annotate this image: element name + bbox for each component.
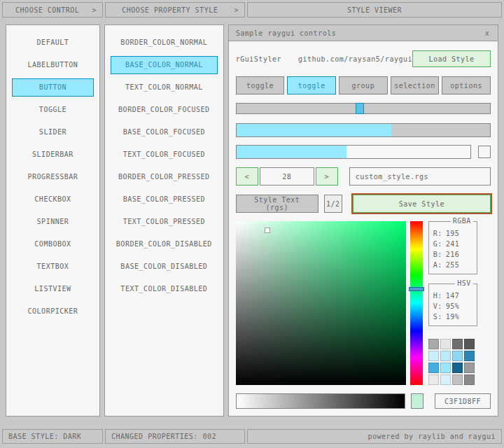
color-picker-area: RGBA R: 195 G: 241 B: 216 <box>236 221 491 385</box>
property-item[interactable]: TEXT_COLOR_FOCUSED <box>111 146 218 164</box>
palette-swatch[interactable] <box>428 374 439 385</box>
palette-swatch[interactable] <box>440 374 451 385</box>
saturation-value: 19% <box>446 313 460 321</box>
alpha-label: A: <box>433 261 446 269</box>
property-item[interactable]: BORDER_COLOR_FOCUSED <box>111 101 218 119</box>
property-item[interactable]: BORDER_COLOR_PRESSED <box>111 168 218 186</box>
saturation-label: S: <box>433 313 446 321</box>
slider-handle[interactable] <box>356 103 364 114</box>
status-base-style: BASE STYLE: DARK <box>2 429 103 444</box>
palette-swatch[interactable] <box>464 363 475 373</box>
window-titlebar[interactable]: Sample raygui controls x <box>229 25 498 41</box>
property-item[interactable]: BORDER_COLOR_NORMAL <box>111 34 218 52</box>
rgba-groupbox: RGBA R: 195 G: 241 B: 216 <box>428 221 477 274</box>
hue-handle[interactable] <box>409 287 424 291</box>
rgba-title: RGBA <box>451 217 473 225</box>
spinner-decrease-button[interactable]: < <box>236 167 258 186</box>
palette-swatch[interactable] <box>428 363 439 373</box>
palette-swatch[interactable] <box>428 339 439 349</box>
control-item-slider[interactable]: SLIDER <box>12 123 94 141</box>
toggle-button-2-active[interactable]: toggle <box>287 76 336 94</box>
chevron-right-icon: > <box>234 6 244 14</box>
property-item[interactable]: BASE_COLOR_DISABLED <box>111 258 218 276</box>
control-item-progressbar[interactable]: PROGRESSBAR <box>12 168 94 186</box>
toggle-button-1[interactable]: toggle <box>236 76 285 94</box>
step-style-viewer: STYLE VIEWER <box>247 2 502 18</box>
palette-swatch[interactable] <box>428 351 439 361</box>
control-item-spinner[interactable]: SPINNER <box>12 213 94 231</box>
sample-controls-window: Sample raygui controls x rGuiStyler gith… <box>228 24 498 416</box>
properties-list-panel: BORDER_COLOR_NORMAL BASE_COLOR_NORMAL TE… <box>104 24 224 416</box>
red-value: 195 <box>446 230 460 237</box>
control-item-textbox[interactable]: TEXTBOX <box>12 258 94 276</box>
hex-color-input[interactable]: C3F1D8FF <box>435 393 491 409</box>
control-item-labelbutton[interactable]: LABELBUTTON <box>12 56 94 74</box>
saturation-value-picker[interactable] <box>236 221 406 385</box>
property-item[interactable]: BASE_COLOR_PRESSED <box>111 190 218 209</box>
toggle-button-selection[interactable]: selection <box>391 76 440 94</box>
main-area: DEFAULT LABELBUTTON BUTTON TOGGLE SLIDER… <box>0 18 504 416</box>
value-gradient-bar[interactable] <box>236 393 405 409</box>
palette-swatch[interactable] <box>440 363 451 373</box>
picker-cursor[interactable] <box>265 227 270 233</box>
step-label: CHOOSE PROPERTY STYLE <box>106 6 234 14</box>
hue-bar[interactable] <box>410 221 423 385</box>
color-palette-grid <box>428 339 477 385</box>
palette-swatch[interactable] <box>452 339 463 349</box>
control-item-colorpicker[interactable]: COLORPICKER <box>12 302 94 321</box>
control-item-checkbox[interactable]: CHECKBOX <box>12 190 94 209</box>
spinner-increase-button[interactable]: > <box>316 167 338 186</box>
property-item[interactable]: BORDER_COLOR_DISABLED <box>111 235 218 253</box>
slider[interactable] <box>236 103 491 114</box>
close-icon[interactable]: x <box>482 29 492 37</box>
property-item[interactable]: BASE_COLOR_FOCUSED <box>111 123 218 141</box>
page-toggle-button[interactable]: 1/2 <box>324 195 342 213</box>
green-value: 241 <box>446 240 460 248</box>
control-item-toggle[interactable]: TOGGLE <box>12 101 94 119</box>
progress-row <box>236 145 491 159</box>
spinner-value[interactable]: 28 <box>260 167 314 186</box>
step-bar: CHOOSE CONTROL > CHOOSE PROPERTY STYLE >… <box>0 0 504 18</box>
palette-swatch[interactable] <box>464 374 475 385</box>
property-item[interactable]: TEXT_COLOR_NORMAL <box>111 78 218 97</box>
palette-swatch[interactable] <box>464 351 475 361</box>
rgba-red-row: R: 195 <box>433 228 474 239</box>
hex-color-row: C3F1D8FF <box>236 393 491 409</box>
hue-value: 147 <box>446 292 460 300</box>
palette-swatch[interactable] <box>452 363 463 373</box>
property-item-selected[interactable]: BASE_COLOR_NORMAL <box>111 56 218 74</box>
progressbar-fill <box>237 146 346 158</box>
value-label: V: <box>433 302 446 310</box>
status-changed-properties: CHANGED PROPERTIES: 002 <box>105 429 245 444</box>
property-item[interactable]: TEXT_COLOR_PRESSED <box>111 213 218 231</box>
control-item-listview[interactable]: LISTVIEW <box>12 280 94 298</box>
buttons-row: Style Text (rgs) 1/2 Save Style <box>236 195 491 213</box>
style-text-button[interactable]: Style Text (rgs) <box>236 195 318 213</box>
control-item-default[interactable]: DEFAULT <box>12 34 94 52</box>
checkbox[interactable] <box>478 146 491 158</box>
control-item-button[interactable]: BUTTON <box>12 78 94 97</box>
status-powered-by: powered by raylib and raygui <box>247 429 502 444</box>
green-label: G: <box>433 240 446 248</box>
filename-textbox[interactable]: custom_style.rgs <box>349 167 491 186</box>
hsv-groupbox: HSV H: 147 V: 95% S: 19% <box>428 284 477 326</box>
toggle-button-group[interactable]: group <box>339 76 388 94</box>
blue-label: B: <box>433 251 446 258</box>
save-style-button[interactable]: Save Style <box>353 195 491 213</box>
step-choose-property-style: CHOOSE PROPERTY STYLE > <box>105 2 245 18</box>
palette-swatch[interactable] <box>452 351 463 361</box>
control-item-combobox[interactable]: COMBOBOX <box>12 235 94 253</box>
property-item[interactable]: TEXT_COLOR_DISABLED <box>111 280 218 298</box>
hue-label: H: <box>433 292 446 300</box>
toggle-button-options[interactable]: options <box>442 76 491 94</box>
repo-link[interactable]: github.com/raysan5/raygui <box>298 55 412 63</box>
palette-swatch[interactable] <box>452 374 463 385</box>
control-item-sliderbar[interactable]: SLIDERBAR <box>12 146 94 164</box>
palette-swatch[interactable] <box>464 339 475 349</box>
sliderbar[interactable] <box>236 123 491 137</box>
load-style-button[interactable]: Load Style <box>412 50 491 67</box>
palette-swatch[interactable] <box>440 339 451 349</box>
palette-swatch[interactable] <box>440 351 451 361</box>
rgba-alpha-row: A: 255 <box>433 260 474 270</box>
value-value: 95% <box>446 302 460 310</box>
